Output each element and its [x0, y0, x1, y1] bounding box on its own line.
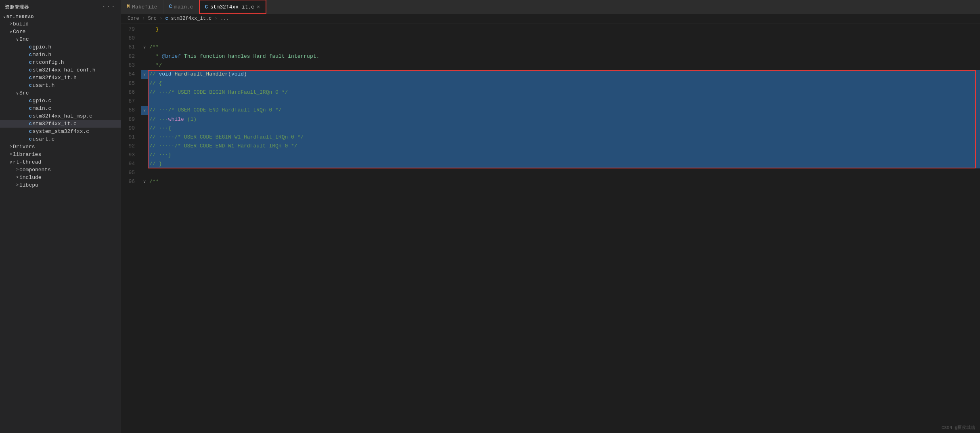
line-number: 90: [121, 124, 141, 133]
folder-label: include: [19, 174, 42, 181]
file-label: rtconfig.h: [33, 59, 64, 65]
arrow-icon: [10, 22, 12, 26]
tree-item-drivers[interactable]: Drivers: [0, 143, 121, 151]
tab-icon: M: [127, 4, 130, 10]
arrow-icon: [10, 145, 12, 149]
breadcrumb: Core › Src › C stm32f4xx_it.c › ...: [121, 14, 980, 23]
line-number: 89: [121, 115, 141, 124]
code-line-81: 81∨/**: [121, 43, 980, 52]
tree-item-libcpu[interactable]: libcpu: [0, 181, 121, 189]
tree-item-rt-thread-folder[interactable]: rt-thread: [0, 158, 121, 166]
tree-item-inc[interactable]: Inc: [0, 36, 121, 43]
code-line-85: 85// {: [121, 79, 980, 88]
tree-item-stm32f4xx_it.c[interactable]: Cstm32f4xx_it.c: [0, 120, 121, 128]
arrow-icon: [10, 160, 12, 165]
breadcrumb-part[interactable]: Src: [148, 16, 157, 21]
sidebar-dots[interactable]: ···: [102, 3, 116, 11]
code-line-92: 92// ·····/* USER CODE END W1_HardFault_…: [121, 142, 980, 151]
c-file-icon: C: [29, 83, 32, 88]
tree-item-main.h[interactable]: Cmain.h: [0, 51, 121, 59]
tab-stm32f4xx_it.c[interactable]: Cstm32f4xx_it.c×: [199, 0, 266, 14]
tab-label: Makefile: [132, 4, 157, 10]
code-content: [148, 34, 980, 43]
fold-arrow-icon[interactable]: ∨: [141, 70, 148, 79]
tree-item-usart.h[interactable]: Cusart.h: [0, 82, 121, 89]
line-number: 80: [121, 34, 141, 43]
tree-item-gpio.c[interactable]: Cgpio.c: [0, 97, 121, 105]
line-number: 85: [121, 79, 141, 88]
tab-bar: MMakefileCmain.cCstm32f4xx_it.c×: [121, 0, 980, 14]
fold-arrow-icon[interactable]: ∨: [141, 177, 148, 187]
line-number: 94: [121, 160, 141, 168]
tree-item-rtconfig.h[interactable]: Crtconfig.h: [0, 59, 121, 66]
fold-arrow-icon[interactable]: ∨: [141, 106, 148, 115]
line-number: 87: [121, 97, 141, 106]
folder-label: RT-THREAD: [6, 15, 34, 19]
tree-item-usart.c[interactable]: Cusart.c: [0, 135, 121, 143]
tab-label: stm32f4xx_it.c: [210, 4, 254, 10]
tree-item-stm32f4xx_hal_msp.c[interactable]: Cstm32f4xx_hal_msp.c: [0, 112, 121, 120]
arrow-icon: [16, 183, 19, 187]
tree-item-stm32f4xx_hal_conf.h[interactable]: Cstm32f4xx_hal_conf.h: [0, 66, 121, 74]
arrow-icon: [16, 168, 19, 172]
tree-item-main.c[interactable]: Cmain.c: [0, 105, 121, 112]
breadcrumb-sep: ›: [211, 16, 220, 21]
tab-main.c[interactable]: Cmain.c: [163, 0, 199, 14]
sidebar-title: 资源管理器: [5, 4, 29, 10]
file-label: stm32f4xx_it.c: [33, 121, 77, 127]
tab-makefile[interactable]: MMakefile: [121, 0, 163, 14]
tree-item-gpio.h[interactable]: Cgpio.h: [0, 43, 121, 51]
code-content: /**: [148, 177, 980, 186]
tab-icon: C: [205, 4, 208, 10]
arrow-icon: [16, 37, 19, 42]
tree-item-stm32f4xx_it.h[interactable]: Cstm32f4xx_it.h: [0, 74, 121, 82]
line-number: 84: [121, 70, 141, 79]
tree-item-include[interactable]: include: [0, 174, 121, 181]
tree-item-rt-thread[interactable]: RT-THREAD: [0, 14, 121, 20]
tab-icon: C: [169, 4, 172, 10]
tree-item-build[interactable]: build: [0, 20, 121, 28]
code-area[interactable]: 79 }80 81∨/**82 * @brief This function h…: [121, 23, 980, 433]
breadcrumb-content: Core › Src › C stm32f4xx_it.c › ...: [128, 16, 229, 21]
fold-arrow-icon[interactable]: ∨: [141, 43, 148, 52]
line-number: 95: [121, 168, 141, 177]
line-number: 91: [121, 133, 141, 142]
file-tree: RT-THREADbuildCoreIncCgpio.hCmain.hCrtco…: [0, 14, 121, 189]
tree-item-components[interactable]: components: [0, 166, 121, 174]
file-label: gpio.h: [33, 44, 52, 50]
folder-label: rt-thread: [13, 159, 41, 165]
tree-item-libraries[interactable]: libraries: [0, 151, 121, 158]
c-file-icon: C: [29, 122, 32, 126]
line-number: 81: [121, 43, 141, 52]
line-number: 92: [121, 142, 141, 151]
folder-label: Core: [13, 29, 25, 35]
line-number: 82: [121, 52, 141, 61]
tree-item-src[interactable]: Src: [0, 89, 121, 97]
breadcrumb-part[interactable]: Core: [128, 16, 139, 21]
code-line-96: 96∨/**: [121, 177, 980, 187]
arrow-icon: [3, 15, 6, 19]
arrow-icon: [10, 152, 12, 157]
line-number: 83: [121, 61, 141, 70]
code-line-93: 93// ···}: [121, 151, 980, 160]
code-line-95: 95: [121, 168, 980, 177]
c-file-icon: C: [29, 68, 32, 73]
code-line-80: 80: [121, 34, 980, 43]
main-content: MMakefileCmain.cCstm32f4xx_it.c× Core › …: [121, 0, 980, 433]
tree-item-core[interactable]: Core: [0, 28, 121, 36]
code-content: // ·····/* USER CODE BEGIN W1_HardFault_…: [148, 133, 980, 142]
file-label: usart.h: [33, 82, 55, 88]
folder-label: libraries: [13, 151, 41, 158]
code-line-88: 88∨// ···/* USER CODE END HardFault_IRQn…: [121, 106, 980, 115]
tree-item-system_stm32f4xx.c[interactable]: Csystem_stm32f4xx.c: [0, 128, 121, 135]
code-content: }: [148, 25, 980, 34]
file-label: stm32f4xx_it.h: [33, 75, 77, 81]
code-content: // {: [148, 79, 980, 88]
line-number: 88: [121, 106, 141, 115]
code-line-89: 89// ···while (1): [121, 115, 980, 124]
breadcrumb-file[interactable]: C stm32f4xx_it.c: [165, 16, 212, 21]
code-content: // ···/* USER CODE BEGIN HardFault_IRQn …: [148, 88, 980, 97]
file-label: main.h: [33, 52, 52, 58]
watermark: CSDN @夏侯城临: [941, 425, 975, 431]
tab-close-button[interactable]: ×: [257, 4, 260, 10]
